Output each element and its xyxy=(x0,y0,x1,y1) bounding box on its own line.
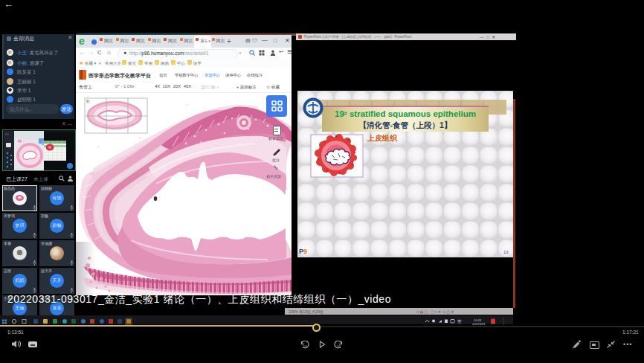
svg-text:【消化管-食管（上段）1】: 【消化管-食管（上段）1】 xyxy=(359,121,452,130)
svg-text:13: 13 xyxy=(503,250,509,254)
svg-text:2022/3/31: 2022/3/31 xyxy=(472,322,486,326)
svg-text:10: 10 xyxy=(303,344,307,349)
svg-text:10: 10 xyxy=(336,344,341,349)
svg-text:上皮组织: 上皮组织 xyxy=(367,134,398,142)
svg-text:数: 数 xyxy=(86,99,90,103)
svg-text:F1: F1 xyxy=(5,132,9,136)
svg-text:19# stratified squamous epithe: 19# stratified squamous epithelium xyxy=(335,109,476,118)
svg-text:英: 英 xyxy=(457,319,462,324)
svg-text:P9: P9 xyxy=(299,248,307,255)
